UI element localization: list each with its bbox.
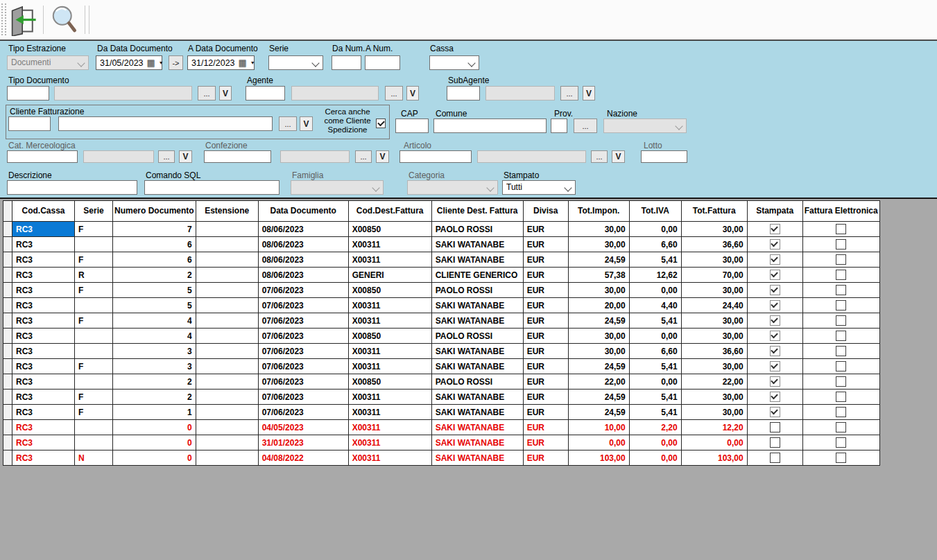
grid-cell[interactable]: RC3	[12, 390, 75, 405]
grid-cell[interactable]: 5,41	[629, 359, 681, 374]
grid-cell[interactable]: SAKI WATANABE	[431, 359, 523, 374]
grid-cell[interactable]: 2	[113, 374, 196, 390]
exit-button[interactable]	[7, 3, 39, 36]
grid-cell[interactable]: X00311	[348, 405, 431, 420]
search-button[interactable]	[49, 3, 80, 36]
grid-cell[interactable]: 24,59	[568, 390, 629, 405]
grid-cell[interactable]: 0,00	[681, 435, 747, 450]
checkbox-icon[interactable]	[770, 285, 780, 295]
checkbox-icon[interactable]	[770, 361, 780, 371]
fattura-elettronica-checkbox-cell[interactable]	[802, 252, 879, 268]
checkbox-icon[interactable]	[836, 315, 846, 326]
stampata-checkbox-cell[interactable]	[747, 390, 802, 405]
cerca-anche-checkbox[interactable]	[376, 119, 386, 128]
column-header[interactable]: Data Documento	[258, 201, 348, 222]
checkbox-icon[interactable]	[770, 453, 780, 463]
grid-cell[interactable]: 04/08/2022	[258, 450, 348, 466]
grid-cell[interactable]: X00311	[348, 420, 431, 435]
grid-cell[interactable]: 30,00	[681, 252, 747, 268]
grid-cell[interactable]	[196, 329, 258, 344]
grid-cell[interactable]: 4	[113, 313, 196, 329]
grid-cell[interactable]: SAKI WATANABE	[431, 344, 523, 359]
grid-cell[interactable]: 5	[113, 298, 196, 313]
grid-cell[interactable]	[75, 237, 113, 252]
tipo-documento-input[interactable]	[7, 86, 49, 100]
grid-cell[interactable]: F	[75, 252, 113, 268]
grid-cell[interactable]: 0,00	[568, 435, 629, 450]
grid-cell[interactable]: EUR	[523, 344, 568, 359]
grid-cell[interactable]: X00311	[348, 450, 431, 466]
table-row[interactable]: RC3F507/06/2023X00850PAOLO ROSSIEUR30,00…	[3, 283, 880, 298]
confezione-input[interactable]	[204, 150, 271, 163]
grid-cell[interactable]	[75, 435, 113, 450]
grid-cell[interactable]: 08/06/2023	[258, 222, 348, 237]
grid-cell[interactable]: 30,00	[568, 283, 629, 298]
grid-cell[interactable]: 6,60	[629, 237, 681, 252]
column-header[interactable]: Cod.Dest.Fattura	[348, 201, 431, 222]
column-header[interactable]: Numero Documento	[113, 201, 196, 222]
grid-cell[interactable]: RC3	[12, 450, 75, 466]
grid-cell[interactable]	[196, 374, 258, 390]
column-header[interactable]: Cliente Dest. Fattura	[431, 201, 523, 222]
comune-input[interactable]	[433, 119, 547, 133]
grid-cell[interactable]	[196, 450, 258, 466]
checkbox-icon[interactable]	[770, 224, 780, 234]
grid-cell[interactable]: X00311	[348, 435, 431, 450]
grid-cell[interactable]: F	[75, 405, 113, 420]
grid-cell[interactable]: 2	[113, 268, 196, 283]
stampata-checkbox-cell[interactable]	[747, 435, 802, 450]
grid-cell[interactable]: X00850	[348, 222, 431, 237]
grid-cell[interactable]: SAKI WATANABE	[431, 390, 523, 405]
grid-cell[interactable]: PAOLO ROSSI	[431, 222, 523, 237]
cliente-fatturazione-browse-button[interactable]: ...	[279, 116, 297, 131]
prov-browse-button[interactable]: ...	[574, 119, 597, 133]
table-row[interactable]: RC3507/06/2023X00311SAKI WATANABEEUR20,0…	[3, 298, 880, 313]
tipo-documento-validate-button[interactable]: V	[219, 86, 232, 100]
grid-cell[interactable]	[196, 344, 258, 359]
table-row[interactable]: RC3608/06/2023X00311SAKI WATANABEEUR30,0…	[3, 237, 880, 252]
grid-cell[interactable]: RC3	[12, 268, 75, 283]
grid-cell[interactable]: 3	[113, 344, 196, 359]
tipo-documento-browse-button[interactable]: ...	[198, 86, 216, 100]
grid-cell[interactable]: RC3	[12, 252, 75, 268]
checkbox-icon[interactable]	[836, 392, 846, 402]
checkbox-icon[interactable]	[770, 331, 780, 341]
grid-cell[interactable]: X00311	[348, 313, 431, 329]
a-num-input[interactable]	[365, 55, 400, 70]
grid-cell[interactable]: X00311	[348, 237, 431, 252]
grid-cell[interactable]	[196, 222, 258, 237]
confezione-validate-button[interactable]: V	[376, 150, 389, 163]
grid-cell[interactable]	[75, 298, 113, 313]
serie-select[interactable]	[268, 55, 323, 70]
grid-cell[interactable]: 1	[113, 405, 196, 420]
checkbox-icon[interactable]	[770, 407, 780, 417]
grid-cell[interactable]: 30,00	[568, 344, 629, 359]
cliente-fatturazione-validate-button[interactable]: V	[300, 116, 313, 131]
stampata-checkbox-cell[interactable]	[747, 298, 802, 313]
grid-cell[interactable]: 30,00	[568, 237, 629, 252]
grid-cell[interactable]: EUR	[523, 283, 568, 298]
toolbar-grip[interactable]	[1, 3, 6, 35]
fattura-elettronica-checkbox-cell[interactable]	[802, 359, 879, 374]
fattura-elettronica-checkbox-cell[interactable]	[802, 405, 879, 420]
grid-cell[interactable]: EUR	[523, 313, 568, 329]
grid-cell[interactable]: 0	[113, 435, 196, 450]
grid-cell[interactable]: 08/06/2023	[258, 237, 348, 252]
column-header[interactable]: Tot.IVA	[629, 201, 681, 222]
grid-cell[interactable]: X00850	[348, 329, 431, 344]
table-row[interactable]: RC3R208/06/2023GENERICLIENTE GENERICOEUR…	[3, 268, 880, 283]
grid-cell[interactable]: EUR	[523, 435, 568, 450]
grid-cell[interactable]: 0,00	[629, 329, 681, 344]
grid-cell[interactable]: X00311	[348, 359, 431, 374]
confezione-browse-button[interactable]: ...	[355, 150, 372, 163]
articolo-browse-button[interactable]: ...	[591, 150, 608, 163]
grid-cell[interactable]: 30,00	[681, 283, 747, 298]
row-selector[interactable]	[3, 298, 12, 313]
fattura-elettronica-checkbox-cell[interactable]	[802, 420, 879, 435]
grid-cell[interactable]: 07/06/2023	[258, 359, 348, 374]
stampata-checkbox-cell[interactable]	[747, 374, 802, 390]
grid-cell[interactable]: 3	[113, 359, 196, 374]
stampata-checkbox-cell[interactable]	[747, 283, 802, 298]
grid-cell[interactable]: 24,59	[568, 405, 629, 420]
grid-cell[interactable]: RC3	[12, 329, 75, 344]
